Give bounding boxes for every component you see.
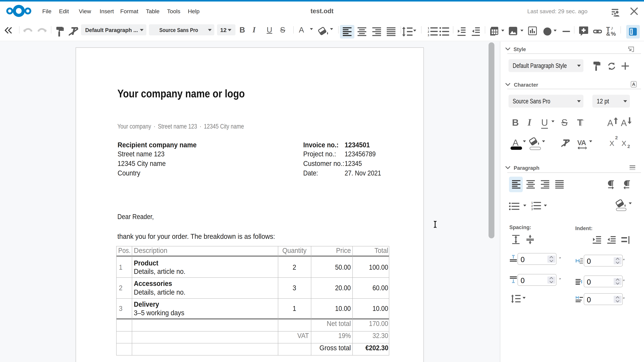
svg-text:3: 3 xyxy=(428,34,429,36)
svg-text:1: 1 xyxy=(531,202,533,204)
svg-text:1: 1 xyxy=(428,27,429,30)
svg-text:2: 2 xyxy=(428,30,429,33)
svg-text:2: 2 xyxy=(531,205,533,207)
svg-text:3: 3 xyxy=(531,208,533,211)
